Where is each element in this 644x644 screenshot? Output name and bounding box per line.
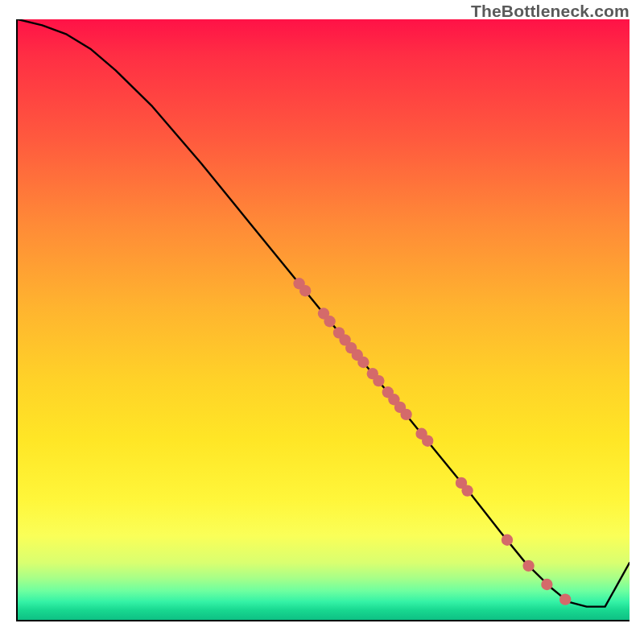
svg-point-10 (373, 375, 384, 386)
plot-area (16, 19, 630, 621)
svg-point-8 (357, 357, 369, 368)
chart-container: TheBottleneck.com (0, 0, 644, 644)
svg-point-19 (502, 535, 513, 546)
svg-point-3 (324, 316, 335, 327)
svg-point-14 (400, 409, 411, 420)
svg-point-22 (559, 593, 571, 605)
watermark-text: TheBottleneck.com (471, 2, 630, 21)
svg-point-20 (522, 560, 534, 572)
svg-point-21 (541, 579, 552, 590)
svg-point-1 (299, 285, 311, 296)
svg-point-16 (422, 436, 433, 447)
svg-point-18 (461, 485, 473, 496)
chart-overlay (18, 19, 630, 620)
